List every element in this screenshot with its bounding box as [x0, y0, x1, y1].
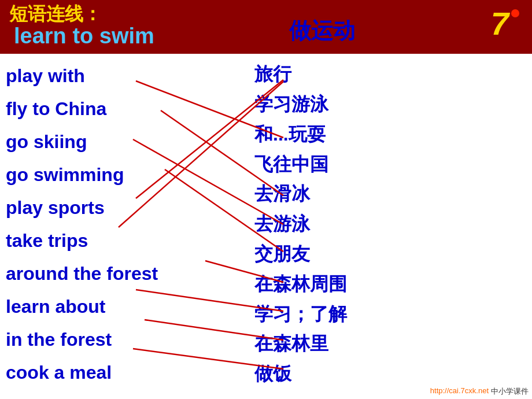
left-item: go skiing	[6, 130, 220, 154]
left-item: take trips	[6, 229, 220, 253]
left-column: play with fly to China go skiing go swim…	[0, 54, 220, 395]
footer: http://cai.7cxk.net 中小学课件	[430, 386, 529, 397]
right-item: 交朋友	[254, 242, 428, 267]
left-item: in the forest	[6, 328, 220, 352]
right-item: 在森林里	[254, 332, 428, 356]
left-item: around the forest	[6, 262, 220, 286]
header-dot	[511, 9, 519, 17]
right-item: 学习；了解	[254, 302, 428, 327]
content-area: play with fly to China go skiing go swim…	[0, 54, 532, 395]
footer-link[interactable]: http://cai.7cxk.net	[430, 386, 489, 397]
right-item: 去游泳	[254, 212, 428, 237]
right-item: 学习游泳	[254, 93, 428, 117]
right-item: 和...玩耍	[254, 123, 428, 147]
left-item: go swimming	[6, 163, 220, 187]
left-item: play sports	[6, 196, 220, 220]
right-item: 旅行	[254, 62, 428, 87]
header-number: 7	[491, 5, 509, 42]
right-item: 去滑冰	[254, 182, 428, 206]
left-item: play with	[6, 64, 220, 88]
right-item: 做饭	[254, 362, 428, 386]
left-item: learn about	[6, 295, 220, 319]
header: 短语连线： learn to swim 做运动 7	[0, 0, 532, 52]
right-item: 飞往中国	[254, 153, 428, 177]
right-column: 旅行 学习游泳 和...玩耍 飞往中国 去滑冰 去游泳 交朋友 在森林周围 学习…	[254, 54, 428, 395]
right-item: 在森林周围	[254, 272, 428, 297]
left-item: fly to China	[6, 97, 220, 121]
header-subtitle-en: learn to swim	[14, 24, 154, 49]
header-title-cn: 短语连线：	[9, 4, 154, 24]
footer-label: 中小学课件	[491, 386, 529, 397]
header-right-cn: 做运动	[289, 16, 355, 46]
left-item: cook a meal	[6, 361, 220, 385]
